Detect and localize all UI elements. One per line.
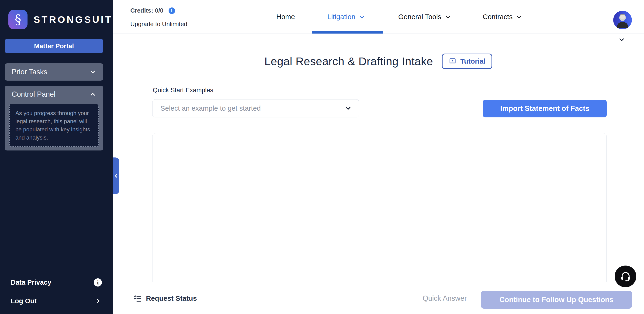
- chevron-up-icon: [89, 91, 96, 98]
- upgrade-link[interactable]: Upgrade to Unlimited: [130, 20, 187, 28]
- control-panel-toggle[interactable]: Control Panel: [5, 86, 103, 103]
- credits-text: Credits: 0/0: [130, 7, 164, 14]
- chevron-right-icon: [94, 297, 102, 305]
- matter-portal-button[interactable]: Matter Portal: [5, 39, 103, 53]
- tutorial-label: Tutorial: [460, 57, 486, 65]
- nav-contracts-label: Contracts: [483, 13, 512, 21]
- import-statement-of-facts-button[interactable]: Import Statement of Facts: [483, 100, 607, 117]
- brand-logo: § STRONGSUIT: [8, 10, 112, 29]
- prior-tasks-panel: Prior Tasks: [5, 63, 103, 81]
- brand-name: STRONGSUIT: [34, 14, 112, 25]
- data-privacy-item[interactable]: Data Privacy i: [0, 276, 112, 289]
- sidebar-collapse-tab[interactable]: [112, 157, 120, 194]
- headset-icon: [620, 271, 631, 282]
- quick-start-placeholder: Select an example to get started: [160, 104, 261, 112]
- page-title: Legal Research & Drafting Intake: [264, 55, 433, 68]
- chevron-left-icon: [113, 173, 119, 179]
- chevron-down-icon: [516, 14, 522, 20]
- page-title-row: Legal Research & Drafting Intake Tutoria…: [112, 53, 644, 69]
- tutorial-button[interactable]: Tutorial: [442, 53, 492, 69]
- nav-item-litigation[interactable]: Litigation: [327, 13, 365, 21]
- active-nav-underline: [312, 31, 383, 33]
- chevron-down-icon: [445, 14, 451, 20]
- continue-to-follow-up-button[interactable]: Continue to Follow Up Questions: [481, 291, 632, 309]
- quick-start-select[interactable]: Select an example to get started: [152, 99, 359, 117]
- credits-line: Credits: 0/0 i: [130, 7, 175, 14]
- prior-tasks-toggle[interactable]: Prior Tasks: [5, 63, 103, 81]
- nav-item-home[interactable]: Home: [276, 13, 295, 21]
- chevron-down-icon: [358, 14, 365, 20]
- control-panel: Control Panel As you progress through yo…: [5, 86, 103, 150]
- list-checks-icon: [133, 294, 142, 303]
- nav-item-contracts[interactable]: Contracts: [483, 13, 522, 21]
- action-footer: Request Status Quick Answer Continue to …: [113, 282, 644, 314]
- import-button-label: Import Statement of Facts: [500, 104, 589, 112]
- quick-answer-button[interactable]: Quick Answer: [422, 282, 467, 314]
- quick-answer-label: Quick Answer: [422, 294, 467, 303]
- nav-home-label: Home: [276, 13, 295, 21]
- quick-start-label: Quick Start Examples: [153, 87, 213, 94]
- video-tutorial-icon: [448, 57, 456, 65]
- credits-info-icon[interactable]: i: [168, 7, 175, 14]
- nav-litigation-label: Litigation: [327, 13, 355, 21]
- nav-general-tools-label: General Tools: [398, 13, 442, 21]
- prior-tasks-label: Prior Tasks: [12, 68, 47, 76]
- log-out-label: Log Out: [11, 297, 36, 305]
- top-header: Credits: 0/0 i Upgrade to Unlimited Home…: [112, 0, 644, 34]
- user-avatar[interactable]: [613, 11, 632, 29]
- log-out-item[interactable]: Log Out: [0, 294, 112, 308]
- matter-portal-label: Matter Portal: [34, 42, 74, 50]
- control-panel-label: Control Panel: [12, 90, 56, 98]
- chevron-down-icon: [89, 68, 96, 75]
- control-panel-empty-state: As you progress through your legal resea…: [9, 104, 99, 147]
- info-icon[interactable]: i: [94, 278, 102, 287]
- app-page: § STRONGSUIT Matter Portal Prior Tasks C…: [0, 0, 644, 314]
- request-status-button[interactable]: Request Status: [133, 282, 197, 314]
- section-symbol-icon: §: [8, 10, 28, 29]
- nav-item-general-tools[interactable]: General Tools: [398, 13, 451, 21]
- user-photo: [613, 11, 632, 29]
- control-panel-description: As you progress through your legal resea…: [16, 109, 92, 142]
- header-collapse-chevron-icon[interactable]: [618, 35, 626, 44]
- chevron-down-icon: [344, 105, 352, 112]
- data-privacy-label: Data Privacy: [11, 279, 51, 286]
- request-status-label: Request Status: [146, 295, 197, 302]
- support-chat-button[interactable]: [614, 266, 636, 287]
- continue-button-label: Continue to Follow Up Questions: [500, 296, 614, 304]
- sidebar: § STRONGSUIT Matter Portal Prior Tasks C…: [0, 0, 112, 314]
